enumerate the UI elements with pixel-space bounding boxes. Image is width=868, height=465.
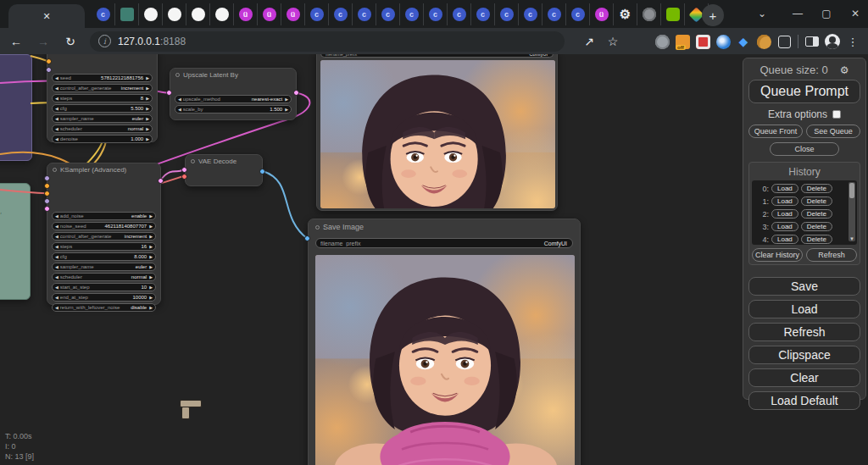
node-save-image[interactable]: Save Image filename_prefix ComfyUI — [308, 219, 581, 465]
widget-add-noise[interactable]: ◀add_noiseenable▶ — [52, 212, 156, 220]
widget-upscale-method[interactable]: ◀upscale_methodnearest-exact▶ — [175, 95, 292, 103]
see-queue-button[interactable]: See Queue — [806, 125, 860, 138]
widget-cfg[interactable]: ◀cfg5.500▶ — [52, 104, 153, 113]
collapse-icon[interactable] — [191, 159, 195, 163]
bookmark-star-icon[interactable]: ☆ — [602, 30, 624, 53]
slot-latent-out[interactable] — [158, 178, 164, 184]
extension-cookie-icon[interactable] — [754, 31, 774, 52]
history-scrollbar[interactable]: ▼ — [849, 182, 855, 241]
history-load-button[interactable]: Load — [771, 184, 798, 193]
clear-button[interactable]: Clear — [748, 368, 860, 387]
share-icon[interactable]: ↗ — [578, 30, 600, 53]
scrollbar-thumb[interactable] — [849, 183, 854, 198]
widget-sampler-name[interactable]: ◀sampler_nameeuler▶ — [52, 263, 156, 271]
widget-control-after-generate[interactable]: ◀control_after_generateincrement▶ — [52, 232, 156, 241]
extension-gem-icon[interactable]: ◆ — [733, 31, 754, 52]
node-ksampler[interactable]: ◀seed578122121881756▶ ◀control_after_gen… — [47, 54, 158, 142]
slot-latent-image[interactable] — [44, 206, 50, 212]
slot-model[interactable] — [46, 67, 52, 73]
slot-vae[interactable] — [181, 174, 187, 180]
history-load-button[interactable]: Load — [771, 222, 798, 231]
queue-front-button[interactable]: Queue Front — [748, 125, 803, 138]
extension-globe-icon[interactable] — [652, 31, 672, 52]
tab-c-10[interactable]: c — [519, 3, 542, 25]
widget-scheduler[interactable]: ◀schedulernormal▶ — [52, 125, 153, 133]
tab-nvidia[interactable] — [661, 3, 685, 25]
comfyui-graph-canvas[interactable]: iling ile, soft RAW, urred n the led nsi… — [0, 54, 868, 465]
tab-c-7[interactable]: c — [448, 3, 471, 25]
tab-c-4[interactable]: c — [376, 3, 400, 25]
tab-purple-2[interactable]: ü — [258, 3, 281, 25]
history-delete-button[interactable]: Delete — [801, 184, 832, 193]
window-maximize-button[interactable]: ▢ — [814, 2, 839, 25]
slot-images-in[interactable] — [304, 235, 310, 241]
widget-scale-by[interactable]: ◀scale_by1.500▶ — [175, 105, 292, 113]
tab-c-1[interactable]: c — [305, 3, 329, 25]
widget-start-at-step[interactable]: ◀start_at_step10▶ — [52, 283, 156, 291]
history-load-button[interactable]: Load — [771, 209, 798, 219]
widget-cfg[interactable]: ◀cfg8.000▶ — [52, 252, 156, 261]
back-button[interactable]: ← — [5, 30, 27, 53]
tab-package[interactable] — [115, 3, 139, 25]
load-button[interactable]: Load — [748, 300, 860, 318]
clipspace-button[interactable]: Clipspace — [748, 346, 860, 364]
history-load-button[interactable]: Load — [771, 235, 798, 244]
browser-menu-icon[interactable]: ⋮ — [843, 31, 863, 52]
tab-globe[interactable] — [637, 3, 661, 25]
extension-red-icon[interactable] — [693, 31, 713, 52]
negative-prompt-node[interactable]: w 8.5], tilated, limbs, missing necklace… — [0, 183, 31, 300]
save-button[interactable]: Save — [748, 277, 860, 296]
history-delete-button[interactable]: Delete — [801, 209, 832, 219]
widget-noise-seed[interactable]: ◀noise_seed462118140807707▶ — [52, 222, 156, 230]
tab-c-11[interactable]: c — [542, 3, 566, 25]
tab-c-8[interactable]: c — [471, 3, 495, 25]
widget-filename-prefix[interactable]: filename_prefix ComfyUI — [315, 238, 573, 248]
tab-close-icon[interactable]: ✕ — [37, 9, 55, 24]
history-delete-button[interactable]: Delete — [801, 197, 832, 206]
new-tab-button[interactable]: + — [702, 4, 724, 26]
load-default-button[interactable]: Load Default — [748, 391, 860, 410]
tab-c-5[interactable]: c — [400, 3, 424, 25]
widget-steps[interactable]: ◀steps16▶ — [52, 242, 156, 251]
extension-blue-icon[interactable] — [713, 31, 733, 52]
tab-purple-3[interactable]: ü — [281, 3, 305, 25]
node-vae-decode[interactable]: VAE Decode — [185, 154, 263, 186]
tab-c-6[interactable]: c — [424, 3, 448, 25]
slot-samples[interactable] — [181, 167, 187, 173]
tab-github-2[interactable] — [163, 3, 186, 25]
widget-return-with-leftover-noise[interactable]: ◀return_with_leftover_noisedisable▶ — [52, 303, 156, 312]
collapse-icon[interactable] — [175, 73, 180, 77]
slot-latent-out[interactable] — [293, 90, 299, 96]
widget-filename-prefix[interactable]: filename_prefix ComfyUI — [320, 54, 554, 58]
tab-purple-1[interactable]: ü — [234, 3, 258, 25]
slot-positive[interactable] — [44, 183, 50, 189]
widget-seed[interactable]: ◀seed578122121881756▶ — [52, 74, 153, 82]
node-upscale-latent-by[interactable]: Upscale Latent By ◀upscale_methodnearest… — [170, 68, 297, 120]
queue-prompt-button[interactable]: Queue Prompt — [748, 80, 860, 103]
tab-purple-4[interactable]: ü — [590, 3, 614, 25]
tab-settings[interactable]: ⚙ — [614, 3, 637, 25]
close-button[interactable]: Close — [770, 142, 839, 156]
slot-extra[interactable] — [44, 198, 50, 204]
history-delete-button[interactable]: Delete — [801, 235, 832, 244]
reload-button[interactable]: ↻ — [59, 30, 81, 53]
window-close-button[interactable]: ✕ — [843, 2, 868, 25]
slot-model[interactable] — [44, 175, 50, 181]
slot-conditioning[interactable] — [46, 58, 52, 64]
widget-sampler-name[interactable]: ◀sampler_nameeuler▶ — [52, 114, 153, 123]
clear-history-button[interactable]: Clear History — [752, 248, 803, 262]
node-image-preview[interactable]: filename_prefix ComfyUI — [316, 54, 558, 211]
tab-c-12[interactable]: c — [566, 3, 590, 25]
tab-c-9[interactable]: c — [495, 3, 519, 25]
tab-github-1[interactable] — [139, 3, 163, 25]
tab-c-2[interactable]: c — [329, 3, 353, 25]
tab-c-3[interactable]: c — [353, 3, 376, 25]
widget-steps[interactable]: ◀steps8▶ — [52, 94, 153, 102]
history-list[interactable]: 0: Load Delete 1: Load Delete 2: Load De… — [752, 180, 857, 245]
tab-github-4[interactable] — [210, 3, 234, 25]
positive-prompt-node[interactable]: iling ile, soft RAW, urred n the led nsi… — [0, 54, 32, 161]
widget-scheduler[interactable]: ◀schedulernormal▶ — [52, 273, 156, 281]
widget-denoise[interactable]: ◀denoise1.000▶ — [52, 135, 153, 143]
extension-off-icon[interactable]: off — [672, 31, 693, 52]
node-ksampler-advanced[interactable]: KSampler (Advanced) ◀add_noiseenable▶ ◀n… — [47, 163, 161, 305]
